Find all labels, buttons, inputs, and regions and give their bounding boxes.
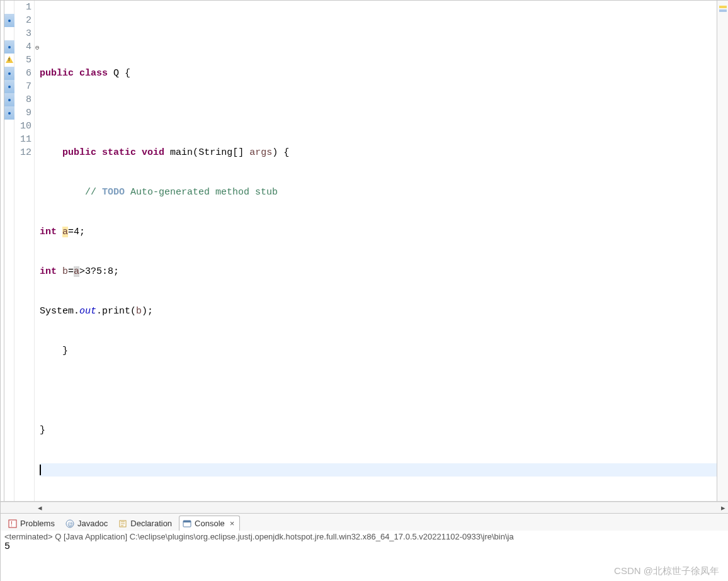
- console-launch-info: <terminated> Q [Java Application] C:\ecl…: [1, 531, 728, 541]
- tab-label: Console: [195, 519, 225, 528]
- warning-marker[interactable]: [4, 54, 14, 67]
- marker-bar: [4, 1, 14, 501]
- code-editor[interactable]: 1 2 3 4⊖ 5 6 7 8 9 10 11 12 public class…: [1, 0, 728, 502]
- problems-icon: !: [8, 519, 18, 529]
- line-number: 11: [14, 133, 31, 146]
- line-number-gutter[interactable]: 1 2 3 4⊖ 5 6 7 8 9 10 11 12: [14, 1, 35, 501]
- tab-label: Javadoc: [77, 519, 108, 528]
- svg-rect-0: [9, 520, 16, 527]
- code-text-area[interactable]: public class Q { public static void main…: [35, 1, 717, 501]
- line-number: 7: [14, 80, 31, 93]
- code-line: [40, 27, 717, 40]
- code-line-current: [40, 463, 717, 477]
- code-line: public static void main(String[] args) {: [40, 146, 717, 159]
- code-line: System.out.print(b);: [40, 305, 717, 318]
- code-line: }: [40, 344, 717, 358]
- line-number: 10: [14, 120, 31, 133]
- editor-horizontal-scrollbar[interactable]: ◂ ▸: [1, 502, 728, 513]
- console-view: <terminated> Q [Java Application] C:\ecl…: [1, 531, 728, 581]
- code-line: public class Q {: [40, 67, 717, 80]
- line-number: 2: [14, 14, 31, 27]
- code-line: // TODO Auto-generated method stub: [40, 186, 717, 199]
- tab-declaration[interactable]: Declaration: [115, 516, 178, 531]
- tab-label: Declaration: [130, 519, 172, 528]
- change-marker: [4, 80, 14, 93]
- occurrence-read: a: [74, 266, 79, 277]
- tab-problems[interactable]: ! Problems: [4, 516, 60, 531]
- scroll-right-arrow-icon[interactable]: ▸: [718, 503, 728, 513]
- change-marker: [4, 14, 14, 27]
- code-line: }: [40, 424, 717, 437]
- scroll-track[interactable]: [45, 503, 718, 513]
- line-number: 3: [14, 27, 31, 40]
- tab-label: Problems: [20, 519, 55, 528]
- line-number: 9: [14, 106, 31, 120]
- code-line: [40, 384, 717, 397]
- svg-text:@: @: [67, 521, 73, 527]
- console-output[interactable]: 5: [1, 541, 728, 552]
- text-cursor: [40, 465, 41, 475]
- javadoc-icon: @: [65, 519, 75, 529]
- svg-text:!: !: [11, 521, 13, 527]
- ide-window: 1 2 3 4⊖ 5 6 7 8 9 10 11 12 public class…: [0, 0, 728, 581]
- change-marker: [4, 67, 14, 80]
- console-icon: [182, 519, 192, 529]
- overview-ruler[interactable]: [717, 1, 728, 501]
- tab-javadoc[interactable]: @ Javadoc: [62, 516, 113, 531]
- scroll-left-arrow-icon[interactable]: ◂: [35, 503, 45, 513]
- line-number: 12: [14, 146, 31, 159]
- bottom-views-tabbar: ! Problems @ Javadoc Declaration Console…: [1, 513, 728, 531]
- declaration-icon: [118, 519, 128, 529]
- tab-console[interactable]: Console ×: [179, 516, 240, 531]
- overview-warning-mark: [719, 6, 727, 8]
- line-number: 1: [14, 1, 31, 14]
- change-marker: [4, 40, 14, 54]
- line-number: 4⊖: [14, 40, 31, 54]
- line-number: 8: [14, 93, 31, 106]
- code-line: [40, 106, 717, 120]
- change-marker: [4, 93, 14, 106]
- change-marker: [4, 106, 14, 120]
- overview-change-mark: [719, 9, 727, 12]
- code-line: int a=4;: [40, 225, 717, 239]
- close-icon[interactable]: ×: [230, 519, 235, 528]
- svg-rect-6: [183, 521, 191, 522]
- occurrence-write: a: [62, 227, 68, 237]
- code-line: int b=a>3?5:8;: [40, 265, 717, 278]
- line-number: 6: [14, 67, 31, 80]
- line-number: 5: [14, 54, 31, 67]
